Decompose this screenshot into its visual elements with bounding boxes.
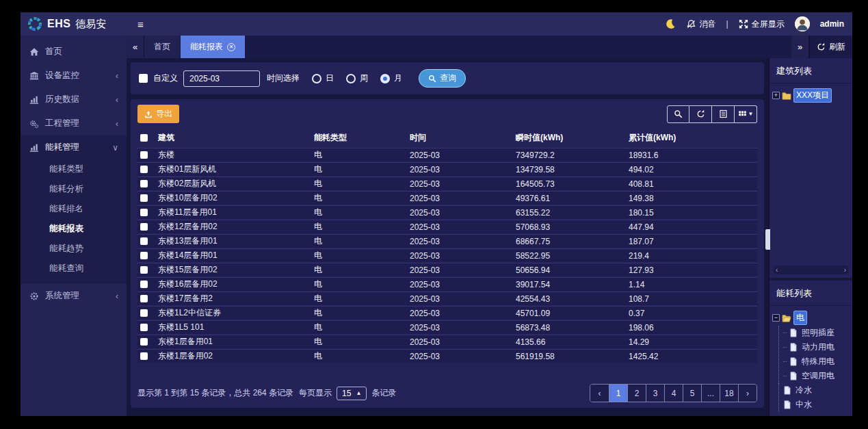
sidebar-item-energy-mgmt[interactable]: 能耗管理 ∨ bbox=[21, 135, 127, 159]
table-search-button[interactable] bbox=[667, 105, 689, 123]
page-prev-button[interactable]: ‹ bbox=[590, 385, 609, 402]
tree-leaf-label[interactable]: 照明插座 bbox=[800, 326, 837, 339]
row-checkbox[interactable] bbox=[140, 223, 148, 231]
tree-leaf-label[interactable]: 特殊用电 bbox=[800, 355, 837, 368]
row-checkbox[interactable] bbox=[140, 324, 148, 331]
tree-leaf-label[interactable]: 中水 bbox=[793, 398, 814, 411]
sidebar-item-system-mgmt[interactable]: 系统管理 ‹ bbox=[21, 284, 127, 308]
radio-day[interactable]: 日 bbox=[312, 73, 334, 84]
row-checkbox[interactable] bbox=[140, 151, 148, 159]
energy-tree-leaf[interactable]: 照明插座 bbox=[783, 326, 850, 340]
table-row[interactable]: 东楼14层备用01电2025-0358522.95219.4 bbox=[137, 248, 757, 262]
username[interactable]: admin bbox=[820, 19, 844, 29]
row-checkbox[interactable] bbox=[140, 194, 148, 202]
table-row[interactable]: 东楼11层备用01电2025-0363155.22180.15 bbox=[137, 205, 757, 219]
row-checkbox[interactable] bbox=[140, 295, 148, 302]
page-button-18[interactable]: 18 bbox=[720, 385, 738, 402]
page-button-2[interactable]: 2 bbox=[627, 385, 646, 402]
select-all-checkbox[interactable] bbox=[140, 134, 148, 142]
col-header-instant-value[interactable]: 瞬时值(kWh) bbox=[513, 132, 626, 144]
sidebar-sub-energy-analysis[interactable]: 能耗分析 bbox=[21, 179, 127, 199]
table-row[interactable]: 东楼13层备用01电2025-0368667.75187.07 bbox=[137, 234, 757, 248]
row-checkbox[interactable] bbox=[140, 309, 148, 317]
sidebar-sub-energy-query[interactable]: 能耗查询 bbox=[21, 259, 127, 278]
col-header-building[interactable]: 建筑 bbox=[155, 132, 311, 144]
energy-tree-leaf[interactable]: 空调用电 bbox=[783, 369, 850, 383]
energy-tree-root[interactable]: − 电 bbox=[772, 310, 850, 326]
col-header-total-value[interactable]: 累计值(kWh) bbox=[626, 132, 757, 144]
page-button-...[interactable]: ... bbox=[701, 385, 720, 402]
refresh-tab-button[interactable]: 刷新 bbox=[809, 36, 852, 58]
expand-plus-icon[interactable]: + bbox=[772, 92, 780, 99]
toggle-view-button[interactable] bbox=[712, 105, 735, 123]
tabs-scroll-left-button[interactable]: « bbox=[127, 36, 144, 58]
row-checkbox[interactable] bbox=[140, 209, 148, 216]
date-input[interactable] bbox=[183, 70, 260, 87]
sidebar-item-engineering[interactable]: 工程管理 ‹ bbox=[21, 112, 127, 135]
page-size-select[interactable]: 15 ▲ bbox=[337, 387, 367, 400]
hamburger-menu-icon[interactable]: ≡ bbox=[137, 18, 143, 30]
table-row[interactable]: 东楼1层备用02电2025-03561919.581425.42 bbox=[137, 349, 757, 363]
export-button[interactable]: 导出 bbox=[137, 105, 179, 123]
energy-tree-leaf[interactable]: 特殊用电 bbox=[783, 354, 850, 369]
row-checkbox[interactable] bbox=[140, 281, 148, 288]
row-checkbox[interactable] bbox=[140, 252, 148, 259]
row-checkbox[interactable] bbox=[140, 338, 148, 346]
collapse-minus-icon[interactable]: − bbox=[772, 314, 780, 322]
panel-splitter-handle[interactable] bbox=[765, 229, 770, 250]
scroll-right-icon[interactable]: › bbox=[844, 266, 846, 274]
page-button-5[interactable]: 5 bbox=[683, 385, 701, 402]
sidebar-sub-energy-trend[interactable]: 能耗趋势 bbox=[21, 239, 127, 259]
page-button-3[interactable]: 3 bbox=[646, 385, 664, 402]
tabs-scroll-right-button[interactable]: » bbox=[791, 36, 809, 58]
col-header-time[interactable]: 时间 bbox=[407, 132, 513, 144]
radio-month[interactable]: 月 bbox=[380, 73, 402, 84]
table-row[interactable]: 东楼电2025-037349729.218931.6 bbox=[137, 148, 757, 161]
sidebar-sub-energy-ranking[interactable]: 能耗排名 bbox=[21, 199, 127, 219]
energy-tree-leaf[interactable]: 冷水 bbox=[783, 383, 850, 398]
row-checkbox[interactable] bbox=[140, 166, 148, 173]
horizontal-scrollbar[interactable]: ‹ › bbox=[773, 265, 849, 274]
theme-moon-icon[interactable] bbox=[665, 18, 676, 29]
tab-home[interactable]: 首页 bbox=[144, 36, 180, 58]
tab-close-icon[interactable]: ✕ bbox=[227, 43, 235, 51]
user-avatar[interactable] bbox=[795, 16, 810, 31]
table-row[interactable]: 东楼17层备用2电2025-0342554.43108.7 bbox=[137, 291, 757, 305]
page-button-4[interactable]: 4 bbox=[664, 385, 683, 402]
radio-week[interactable]: 周 bbox=[346, 73, 368, 84]
sidebar-sub-energy-type[interactable]: 能耗类型 bbox=[21, 159, 127, 179]
table-row[interactable]: 东楼16层备用02电2025-0339017.541.14 bbox=[137, 277, 757, 291]
page-button-1[interactable]: 1 bbox=[609, 385, 627, 402]
row-checkbox[interactable] bbox=[140, 266, 148, 274]
fullscreen-button[interactable]: 全屏显示 bbox=[739, 18, 785, 30]
table-row[interactable]: 东楼1L5 101电2025-0356873.48198.06 bbox=[137, 320, 757, 334]
tree-leaf-label[interactable]: 冷水 bbox=[793, 384, 814, 397]
sidebar-item-history-data[interactable]: 历史数据 ‹ bbox=[21, 88, 127, 112]
table-row[interactable]: 东楼1L2中信证券电2025-0345701.090.37 bbox=[137, 306, 757, 320]
table-row[interactable]: 东楼15层备用02电2025-0350656.94127.93 bbox=[137, 263, 757, 276]
mute-button[interactable]: 消音 bbox=[686, 18, 716, 30]
row-checkbox[interactable] bbox=[140, 237, 148, 245]
table-row[interactable]: 东楼12层备用02电2025-0357068.93447.94 bbox=[137, 220, 757, 233]
table-row[interactable]: 东楼01层新风机电2025-03134739.58494.02 bbox=[137, 162, 757, 176]
table-row[interactable]: 东楼02层新风机电2025-03164505.73408.81 bbox=[137, 177, 757, 190]
query-button[interactable]: 查询 bbox=[419, 69, 466, 88]
row-checkbox[interactable] bbox=[140, 352, 148, 360]
table-refresh-button[interactable] bbox=[689, 105, 712, 123]
page-next-button[interactable]: › bbox=[738, 385, 757, 402]
energy-tree-leaf[interactable]: 中水 bbox=[783, 398, 850, 412]
table-row[interactable]: 东楼1层备用01电2025-034135.6614.29 bbox=[137, 335, 757, 348]
sidebar-item-device-monitor[interactable]: 设备监控 ‹ bbox=[21, 64, 127, 88]
row-checkbox[interactable] bbox=[140, 180, 148, 187]
columns-button[interactable]: ▼ bbox=[735, 105, 757, 123]
custom-checkbox[interactable] bbox=[139, 74, 148, 83]
sidebar-item-home[interactable]: 首页 bbox=[21, 40, 127, 64]
col-header-energy-type[interactable]: 能耗类型 bbox=[311, 132, 407, 144]
building-tree-node[interactable]: + XXX项目 bbox=[772, 88, 850, 103]
energy-root-label[interactable]: 电 bbox=[793, 311, 807, 325]
tree-leaf-label[interactable]: 动力用电 bbox=[800, 341, 837, 354]
tree-leaf-label[interactable]: 空调用电 bbox=[800, 369, 837, 382]
sidebar-sub-energy-report[interactable]: 能耗报表 bbox=[21, 219, 127, 239]
scroll-left-icon[interactable]: ‹ bbox=[776, 266, 778, 274]
tab-energy-report[interactable]: 能耗报表 ✕ bbox=[181, 36, 245, 58]
